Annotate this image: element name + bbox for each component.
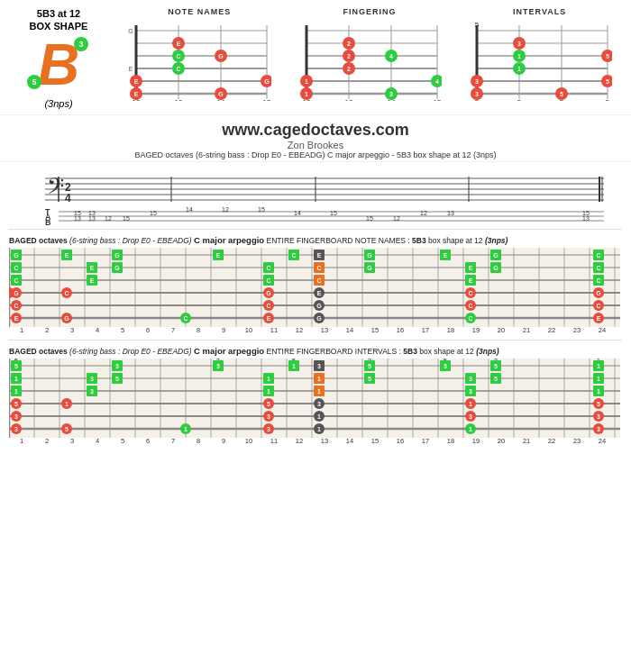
svg-text:1: 1 [317,376,321,382]
svg-text:1: 1 [292,363,296,369]
svg-text:13: 13 [88,215,96,222]
svg-text:8: 8 [197,326,200,332]
svg-text:17: 17 [422,437,429,443]
fingering-diagram: FINGERING 12 13 14 15 2 2 [288,7,453,101]
svg-text:E: E [216,252,221,259]
svg-text:E: E [14,315,19,322]
svg-text:13: 13 [321,437,328,443]
svg-text:13: 13 [447,210,454,216]
svg-text:C: C [266,277,270,284]
svg-text:11: 11 [270,437,278,443]
svg-text:E: E [597,315,601,322]
svg-text:5: 5 [121,437,124,443]
svg-text:C: C [596,265,600,271]
svg-text:12: 12 [393,215,400,222]
svg-text:G: G [14,252,19,259]
svg-text:15: 15 [150,210,157,216]
svg-text:15: 15 [371,437,379,443]
svg-text:12: 12 [105,215,112,222]
svg-text:8: 8 [197,437,200,443]
svg-text:3: 3 [475,91,479,97]
svg-text:6: 6 [146,326,150,332]
svg-text:5: 5 [474,21,479,29]
svg-text:5: 5 [560,91,563,97]
note-names-title: NOTE NAMES [168,7,231,16]
intervals-diagram: INTERVALS 5 5 5 5 5 3 [457,7,622,101]
svg-text:C: C [468,303,472,309]
svg-text:4: 4 [389,53,393,59]
svg-text:14: 14 [346,326,353,332]
svg-text:11: 11 [270,326,278,332]
svg-text:13: 13 [321,326,328,332]
svg-text:B: B [45,218,51,225]
svg-text:3: 3 [14,426,18,432]
svg-text:C: C [468,290,472,296]
svg-text:3: 3 [597,413,600,420]
svg-text:G: G [219,53,224,59]
intervals-title: INTERVALS [513,7,566,16]
svg-text:5: 5 [606,78,609,85]
svg-text:23: 23 [573,326,581,332]
sheet-music-area: 𝄢 2 4 T A B 15 13 13 13 12 15 15 14 12 1… [9,164,622,225]
svg-text:E: E [90,265,95,271]
svg-text:4: 4 [435,78,439,85]
svg-text:3: 3 [267,413,270,420]
svg-text:12: 12 [296,326,303,332]
svg-text:10: 10 [245,326,252,332]
svg-text:19: 19 [472,326,480,332]
svg-text:7: 7 [171,437,175,443]
top-section: 5B3 at 12 BOX SHAPE 3 B 5 (3nps) NOTE NA… [0,0,631,113]
svg-text:1: 1 [267,388,270,395]
b-badge-5: 5 [27,75,41,89]
svg-text:G: G [266,290,271,296]
svg-text:G: G [316,315,322,322]
svg-text:15: 15 [123,215,130,222]
svg-text:3: 3 [90,376,94,382]
svg-text:15: 15 [263,98,271,101]
svg-text:3: 3 [517,41,521,47]
svg-text:G: G [14,290,19,296]
svg-text:C: C [596,303,600,309]
fingerboard-intervals-svg: 5 3 5 3 5 3 1 5 3 3 1 3 5 3 5 1 1 3 5 1 [9,359,620,443]
svg-text:22: 22 [548,437,555,443]
svg-text:20: 20 [498,437,505,443]
svg-text:1: 1 [469,401,472,407]
svg-text:18: 18 [447,326,454,332]
fingerboard-notes-section: BAGED octaves (6-string bass : Drop E0 -… [9,235,622,336]
svg-text:1: 1 [597,388,600,395]
svg-text:15: 15 [434,98,442,101]
svg-text:1: 1 [517,53,521,59]
svg-text:5: 5 [605,98,609,101]
svg-text:1: 1 [305,78,308,85]
svg-text:C: C [468,315,472,322]
section-divider-1 [9,229,622,230]
box-shape-area: 5B3 at 12 BOX SHAPE 3 B 5 (3nps) [9,7,108,109]
svg-text:3: 3 [216,363,220,369]
svg-text:4: 4 [65,192,71,204]
svg-text:18: 18 [447,437,454,443]
svg-text:24: 24 [599,437,606,443]
svg-text:6: 6 [146,437,150,443]
svg-text:1: 1 [184,426,187,432]
svg-text:1: 1 [317,413,321,420]
svg-text:3: 3 [317,363,321,369]
svg-text:15: 15 [371,326,379,332]
svg-text:C: C [596,277,600,284]
sheet-music-svg: 𝄢 2 4 T A B 15 13 13 13 12 15 15 14 12 1… [9,164,622,225]
svg-text:C: C [291,252,296,259]
svg-text:5: 5 [368,376,371,382]
svg-text:E: E [469,265,473,271]
svg-text:G: G [493,252,498,259]
svg-text:G: G [114,265,120,271]
svg-text:4: 4 [96,437,99,443]
svg-text:C: C [14,277,18,284]
svg-text:E: E [267,315,271,322]
fingerboard-notes-svg: G E G E G E C E G E G C C E G C C G [9,248,620,332]
svg-text:1: 1 [14,388,18,395]
svg-text:G: G [367,265,372,271]
svg-text:13: 13 [582,215,590,222]
svg-text:C: C [64,290,69,296]
svg-text:3: 3 [70,326,74,332]
intervals-svg: 5 5 5 5 5 3 1 5 1 3 5 3 [468,18,612,101]
svg-text:C: C [14,303,18,309]
